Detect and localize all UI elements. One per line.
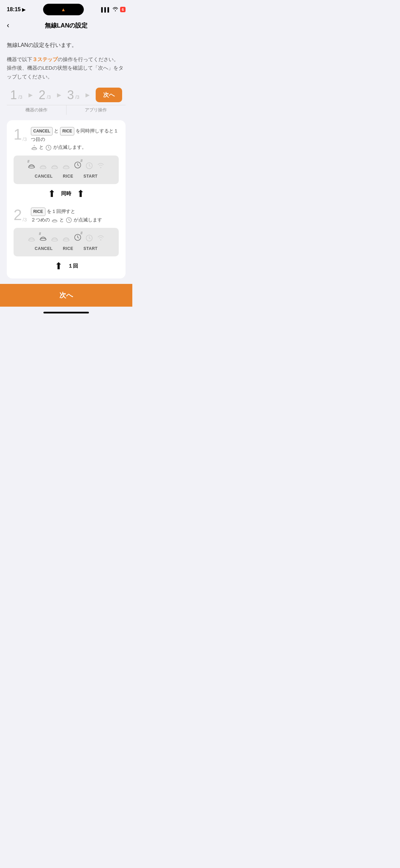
step2-card-num: 2: [14, 207, 22, 222]
step2-up-arrow: ⬆: [55, 260, 62, 272]
step1-arrows-row: ⬆ 同時 ⬆: [14, 188, 119, 199]
step1-desc: CANCEL と RICE を同時押しすると１つ目の と: [31, 127, 119, 151]
svg-point-5: [63, 167, 69, 169]
next-bottom-label: 次へ: [59, 291, 73, 299]
location-icon: ▶: [22, 7, 25, 12]
next-top-label: 次へ: [103, 92, 115, 98]
time-display: 18:15: [7, 6, 21, 13]
step1-card-num: 1: [14, 127, 22, 142]
step2-arrows-row: ⬆ １回: [14, 260, 119, 272]
bowl-4: [61, 161, 71, 170]
step2-bowl-4: [61, 233, 71, 243]
svg-point-12: [52, 239, 58, 241]
step1-device-illustration: //: [14, 156, 119, 184]
clock-flash-1: //: [73, 161, 82, 170]
step-arrow-2: ▶: [57, 92, 61, 98]
step-arrow-1: ▶: [28, 92, 33, 98]
back-icon: ‹: [7, 21, 9, 30]
step2-wifi: [96, 233, 106, 243]
step2-card-sub: /3: [22, 217, 27, 222]
status-bar: 18:15 ▶ ▲ ▌▌▌ 6: [0, 0, 132, 17]
clock-2: [84, 161, 94, 170]
step-indicators: 1 /3 ▶ 2 /3 ▶ 3 /3 ▶ 次へ: [7, 88, 126, 102]
step2-bowl-1: [27, 233, 36, 243]
main-content: 無線LANの設定を行います。 機器で以下３ステップの操作を行ってください。 操作…: [0, 34, 132, 278]
step2-icon-grid: //: [19, 233, 113, 243]
step2-device-illustration: //: [14, 228, 119, 256]
battery-level: 6: [122, 7, 124, 12]
next-button-bottom[interactable]: 次へ: [0, 284, 132, 307]
step2-bowl-3: [50, 233, 59, 243]
status-right: ▌▌▌ 6: [101, 7, 126, 12]
up-arrow-left: ⬆: [48, 188, 56, 199]
bottom-bar: 次へ: [0, 284, 132, 307]
intro-line1: 無線LANの設定を行います。: [7, 41, 126, 50]
machine-ops-label: 機器の操作: [7, 105, 66, 115]
intro-steps-text: 機器で以下３ステップの操作を行ってください。 操作後、機器のLEDの状態を確認し…: [7, 55, 126, 81]
step2-rice-btn: RICE: [63, 246, 73, 251]
nav-bar: ‹ 無線LANの設定: [0, 17, 132, 34]
step1-card-sub: /3: [22, 136, 27, 142]
step2-sub: /3: [47, 94, 51, 100]
battery-indicator: 6: [120, 7, 126, 12]
intro-prefix: 機器で以下: [7, 56, 32, 62]
rice-btn-label: RICE: [63, 174, 73, 179]
intro-line3: 操作後、機器のLEDの状態を確認して「次へ」をタップしてください。: [7, 65, 123, 79]
step2-device-buttons: CANCEL RICE START: [19, 246, 113, 251]
page-title: 無線LANの設定: [45, 21, 88, 30]
start-btn-label: START: [83, 174, 98, 179]
step2-desc: RICE を１回押すと ２つめの と が点滅します: [31, 207, 119, 224]
step-divider: [14, 199, 119, 207]
bowl-icon-1: [31, 144, 38, 151]
step-2-indicator: 2 /3: [39, 89, 51, 101]
step2-clock-flash: //: [73, 233, 82, 243]
step2-clock-2: [84, 233, 94, 243]
home-bar: [43, 312, 89, 313]
step2-num: 2: [39, 89, 45, 101]
dynamic-island: ▲: [43, 4, 84, 15]
rice-tag: RICE: [60, 127, 75, 135]
step2-header: 2 /3 RICE を１回押すと ２つめの と が点: [14, 207, 119, 224]
steps-card: 1 /3 CANCEL と RICE を同時押しすると１つ目の と: [7, 120, 126, 278]
step-arrow-3: ▶: [85, 92, 90, 98]
clock-icon-2: [65, 217, 72, 223]
svg-point-11: [40, 238, 46, 240]
intro-suffix: の操作を行ってください。: [58, 56, 119, 62]
svg-point-13: [63, 239, 69, 241]
rice-tag-2: RICE: [31, 207, 45, 216]
up-arrow-right: ⬆: [77, 188, 84, 199]
bowl-3: [50, 161, 59, 170]
step1-sub: /3: [18, 94, 22, 100]
svg-point-3: [40, 167, 46, 169]
bowl-icon-2: [51, 217, 58, 223]
step2-cancel-btn: CANCEL: [35, 246, 53, 251]
home-indicator: [0, 307, 132, 318]
bowl-2: [38, 161, 48, 170]
back-button[interactable]: ‹: [7, 21, 9, 30]
step3-sub: /3: [75, 94, 79, 100]
step1-header: 1 /3 CANCEL と RICE を同時押しすると１つ目の と: [14, 127, 119, 151]
step-label-bar: 機器の操作 アプリ操作: [7, 105, 126, 115]
wifi-icon: [113, 7, 118, 12]
step-3-indicator: 3 /3: [67, 89, 79, 101]
next-button-top[interactable]: 次へ: [96, 88, 122, 102]
step2-start-btn: START: [83, 246, 98, 251]
wifi-indicator-1: [96, 161, 106, 170]
step3-num: 3: [67, 89, 74, 101]
svg-point-0: [32, 148, 37, 150]
step2-bowl-flash: //: [38, 233, 48, 243]
svg-point-8: [52, 220, 57, 222]
nav-app-icon: ▲: [61, 7, 66, 12]
ikkai-label: １回: [68, 263, 78, 269]
step-1-indicator: 1 /3: [10, 89, 22, 101]
step1-num: 1: [10, 89, 17, 101]
signal-icon: ▌▌▌: [101, 7, 111, 12]
app-ops-label: アプリ操作: [66, 105, 126, 115]
svg-point-4: [52, 167, 58, 169]
status-time: 18:15 ▶: [7, 6, 25, 13]
step1-icon-grid: //: [19, 161, 113, 170]
bowl-flash-1: //: [27, 161, 36, 170]
svg-point-10: [28, 239, 35, 241]
doujitsu-label: 同時: [61, 191, 71, 197]
clock-icon-1: [45, 144, 52, 151]
